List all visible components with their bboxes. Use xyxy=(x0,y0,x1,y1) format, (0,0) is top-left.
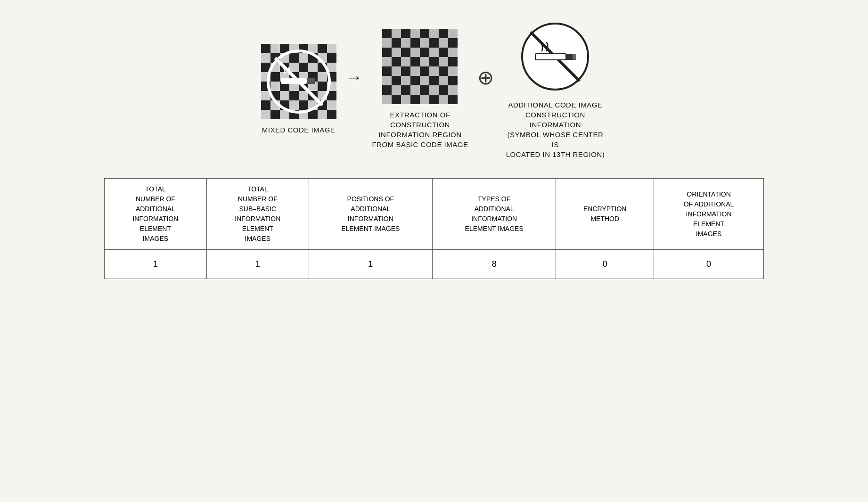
svg-rect-4 xyxy=(318,44,327,53)
cell-total-subbasic: 1 xyxy=(206,250,309,279)
svg-rect-66 xyxy=(392,95,401,104)
col-header-encryption: ENCRYPTIONMETHOD xyxy=(556,179,654,250)
svg-rect-57 xyxy=(439,66,448,76)
cell-positions: 1 xyxy=(309,250,432,279)
additional-code-label: ADDITIONAL CODE IMAGECONSTRUCTION INFORM… xyxy=(503,100,607,159)
svg-rect-36 xyxy=(307,78,315,84)
extraction-item: EXTRACTION OFCONSTRUCTIONINFORMATION REG… xyxy=(372,29,468,149)
basic-code-image xyxy=(382,29,458,104)
col-header-positions: POSITIONS OFADDITIONALINFORMATIONELEMENT… xyxy=(309,179,432,250)
mixed-code-item: MIXED CODE IMAGE xyxy=(261,44,336,135)
extraction-label: EXTRACTION OFCONSTRUCTIONINFORMATION REG… xyxy=(372,110,468,149)
svg-rect-60 xyxy=(429,76,439,85)
cell-total-additional: 1 xyxy=(105,250,207,279)
svg-rect-74 xyxy=(566,54,573,60)
svg-rect-49 xyxy=(439,48,448,57)
svg-rect-39 xyxy=(401,29,410,38)
svg-rect-40 xyxy=(420,29,429,38)
svg-rect-38 xyxy=(382,29,392,38)
mixed-code-image xyxy=(261,44,336,119)
col-header-orientation: ORIENTATIONOF ADDITIONALINFORMATIONELEME… xyxy=(654,179,764,250)
svg-rect-46 xyxy=(382,48,392,57)
svg-rect-27 xyxy=(299,100,308,110)
svg-rect-72 xyxy=(535,54,566,60)
svg-rect-69 xyxy=(448,95,458,104)
data-table: TOTALNUMBER OFADDITIONALINFORMATIONELEME… xyxy=(104,178,764,279)
svg-rect-68 xyxy=(429,95,439,104)
svg-rect-52 xyxy=(429,57,439,66)
svg-rect-29 xyxy=(270,110,280,119)
svg-rect-62 xyxy=(382,85,392,95)
svg-rect-47 xyxy=(401,48,410,57)
table-row: 1 1 1 8 0 0 xyxy=(105,250,764,279)
svg-rect-65 xyxy=(439,85,448,95)
svg-rect-42 xyxy=(392,38,401,48)
additional-code-item: ADDITIONAL CODE IMAGECONSTRUCTION INFORM… xyxy=(503,19,607,159)
svg-rect-43 xyxy=(410,38,420,48)
svg-rect-6 xyxy=(289,53,299,63)
svg-rect-13 xyxy=(270,72,280,82)
col-header-total-additional: TOTALNUMBER OFADDITIONALINFORMATIONELEME… xyxy=(105,179,207,250)
svg-rect-25 xyxy=(261,100,270,110)
svg-rect-22 xyxy=(289,91,299,100)
svg-rect-11 xyxy=(299,63,308,72)
svg-rect-1 xyxy=(261,44,270,53)
cell-types: 8 xyxy=(433,250,556,279)
svg-rect-54 xyxy=(382,66,392,76)
plus-icon: ⊕ xyxy=(477,66,494,89)
svg-rect-45 xyxy=(448,38,458,48)
mixed-code-label: MIXED CODE IMAGE xyxy=(262,125,336,135)
svg-rect-20 xyxy=(318,82,327,91)
svg-rect-8 xyxy=(327,53,336,63)
additional-code-image xyxy=(517,19,593,94)
svg-rect-61 xyxy=(448,76,458,85)
cell-orientation: 0 xyxy=(654,250,764,279)
svg-rect-41 xyxy=(439,29,448,38)
svg-rect-64 xyxy=(420,85,429,95)
svg-rect-56 xyxy=(420,66,429,76)
svg-rect-51 xyxy=(410,57,420,66)
diagram-section: MIXED CODE IMAGE → xyxy=(104,19,764,159)
svg-rect-44 xyxy=(429,38,439,48)
svg-rect-53 xyxy=(448,57,458,66)
svg-rect-58 xyxy=(392,76,401,85)
svg-rect-32 xyxy=(327,110,336,119)
col-header-total-subbasic: TOTALNUMBER OFSUB–BASICINFORMATIONELEMEN… xyxy=(206,179,309,250)
cell-encryption: 0 xyxy=(556,250,654,279)
svg-rect-67 xyxy=(410,95,420,104)
svg-rect-63 xyxy=(401,85,410,95)
table-header-row: TOTALNUMBER OFADDITIONALINFORMATIONELEME… xyxy=(105,179,764,250)
col-header-types: TYPES OFADDITIONALINFORMATIONELEMENT IMA… xyxy=(433,179,556,250)
svg-rect-59 xyxy=(410,76,420,85)
svg-rect-35 xyxy=(281,78,307,84)
svg-rect-48 xyxy=(420,48,429,57)
svg-rect-55 xyxy=(401,66,410,76)
svg-rect-50 xyxy=(392,57,401,66)
arrow-icon: → xyxy=(346,67,363,87)
